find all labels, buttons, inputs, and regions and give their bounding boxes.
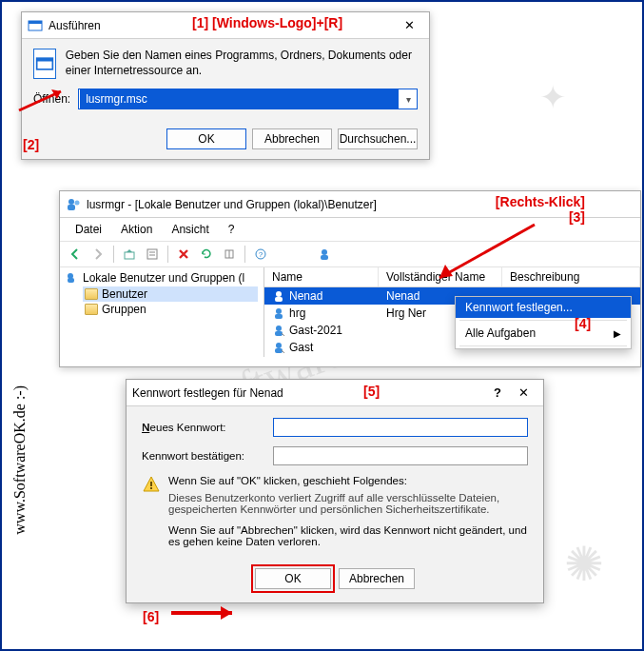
help-button[interactable]: ? — [486, 385, 509, 400]
cell-name: Gast-2021 — [289, 324, 342, 337]
tree-root[interactable]: Lokale Benutzer und Gruppen (l — [66, 271, 258, 285]
new-password-label: NNeues Kennwort: — [142, 422, 265, 433]
svg-rect-15 — [321, 255, 328, 260]
help-icon[interactable]: ? — [251, 245, 270, 264]
pw-title: Kennwort festlegen für Nenad — [132, 386, 486, 400]
cell-name: Nenad — [289, 289, 322, 303]
chevron-right-icon: ▶ — [614, 328, 621, 339]
cancel-button[interactable]: Abbrechen — [339, 568, 415, 589]
svg-rect-17 — [68, 278, 74, 283]
run-dialog: Ausführen ✕ Geben Sie den Namen eines Pr… — [21, 11, 430, 160]
ok-button[interactable]: OK — [255, 568, 331, 589]
menu-help[interactable]: ? — [221, 221, 243, 238]
warn-cancel: Wenn Sie auf "Abbrechen" klicken, wird d… — [168, 524, 528, 547]
menu-action[interactable]: Aktion — [113, 221, 160, 238]
svg-point-22 — [276, 326, 282, 331]
close-icon[interactable]: ✕ — [395, 18, 423, 32]
svg-rect-1 — [29, 21, 42, 24]
folder-icon — [85, 288, 98, 300]
svg-point-4 — [68, 199, 74, 205]
menu-file[interactable]: Datei — [68, 221, 109, 238]
svg-rect-19 — [275, 297, 283, 302]
open-label: Öffnen: — [33, 92, 70, 106]
cell-name: Gast — [289, 341, 313, 354]
up-icon[interactable] — [120, 245, 139, 264]
mmc-titlebar: lusrmgr - [Lokale Benutzer und Gruppen (… — [60, 191, 640, 218]
pw-titlebar: Kennwort festlegen für Nenad ? ✕ — [127, 380, 543, 406]
svg-text:?: ? — [259, 250, 263, 259]
context-menu: Kennwort festlegen... Alle Aufgaben ▶ — [455, 296, 632, 349]
open-value: lusrmgr.msc — [80, 89, 399, 108]
ctx-set-password[interactable]: Kennwort festlegen... — [456, 297, 631, 318]
confirm-password-label: Kennwort bestätigen: — [142, 450, 265, 462]
list-pane: Name Vollständiger Name Beschreibung Nen… — [264, 267, 640, 357]
svg-rect-3 — [37, 58, 53, 61]
forward-icon[interactable] — [88, 245, 107, 264]
password-dialog: Kennwort festlegen für Nenad ? ✕ NNeues … — [126, 379, 544, 603]
svg-point-14 — [322, 249, 327, 255]
tree-groups-label: Gruppen — [102, 303, 146, 316]
browse-button[interactable]: Durchsuchen... — [338, 128, 418, 149]
back-icon[interactable] — [66, 245, 85, 264]
annotation-6: [6] — [143, 609, 159, 624]
menu-bar: Datei Aktion Ansicht ? — [60, 218, 640, 242]
run-icon — [28, 18, 43, 33]
mmc-icon — [66, 197, 81, 212]
tree-pane: Lokale Benutzer und Gruppen (l Benutzer … — [60, 267, 264, 357]
cancel-button[interactable]: Abbrechen — [252, 128, 332, 149]
warn-intro: Wenn Sie auf "OK" klicken, geschieht Fol… — [168, 475, 528, 486]
svg-point-6 — [75, 200, 80, 205]
menu-view[interactable]: Ansicht — [164, 221, 216, 238]
watermark-sidebar: www.SoftwareOK.de :-) — [11, 385, 29, 535]
svg-point-20 — [276, 308, 282, 314]
folder-icon — [85, 304, 98, 315]
properties-icon[interactable] — [143, 245, 162, 264]
run-title: Ausführen — [49, 19, 395, 32]
column-headers: Name Vollständiger Name Beschreibung — [264, 267, 640, 287]
tree-groups[interactable]: Gruppen — [83, 302, 258, 317]
svg-rect-8 — [147, 249, 157, 259]
lusrmgr-window: lusrmgr - [Lokale Benutzer und Gruppen (… — [59, 190, 641, 367]
chevron-down-icon[interactable]: ▾ — [400, 94, 417, 105]
svg-point-18 — [276, 291, 282, 297]
tree-users-label: Benutzer — [102, 287, 147, 301]
run-description: Geben Sie den Namen eines Programms, Ord… — [66, 49, 418, 79]
svg-rect-26 — [150, 482, 152, 486]
refresh-icon[interactable] — [197, 245, 216, 264]
run-big-icon — [33, 49, 56, 79]
new-password-input[interactable] — [273, 418, 528, 437]
svg-rect-5 — [68, 205, 75, 210]
decorative-figure-1: ✦ — [539, 78, 566, 116]
cell-full: Hrg Ner — [386, 306, 426, 320]
svg-point-24 — [276, 343, 282, 348]
arrow-icon — [169, 603, 249, 622]
svg-rect-27 — [150, 487, 152, 489]
mmc-title: lusrmgr - [Lokale Benutzer und Gruppen (… — [87, 198, 634, 211]
cell-full: Nenad — [386, 289, 420, 303]
decorative-figure-2: ✺ — [564, 537, 604, 592]
svg-rect-7 — [125, 252, 134, 259]
delete-icon[interactable] — [174, 245, 193, 264]
toolbar: ? — [60, 242, 640, 267]
col-name[interactable]: Name — [264, 267, 379, 286]
confirm-password-input[interactable] — [273, 446, 528, 465]
ok-button[interactable]: OK — [166, 128, 246, 149]
svg-rect-21 — [275, 314, 283, 319]
tree-root-label: Lokale Benutzer und Gruppen (l — [83, 271, 244, 285]
warn-body: Dieses Benutzerkonto verliert Zugriff au… — [168, 492, 528, 515]
open-combobox[interactable]: lusrmgr.msc ▾ — [78, 89, 418, 109]
cell-name: hrg — [289, 306, 305, 320]
close-icon[interactable]: ✕ — [509, 385, 537, 400]
warning-icon — [142, 475, 161, 494]
run-titlebar: Ausführen ✕ — [22, 12, 429, 39]
col-fullname[interactable]: Vollständiger Name — [379, 267, 502, 286]
new-user-icon[interactable] — [316, 245, 335, 264]
tree-users[interactable]: Benutzer — [83, 286, 258, 302]
col-desc[interactable]: Beschreibung — [502, 267, 640, 286]
export-icon[interactable] — [220, 245, 239, 264]
ctx-all-tasks-label: Alle Aufgaben — [465, 326, 536, 340]
ctx-all-tasks[interactable]: Alle Aufgaben ▶ — [456, 323, 631, 344]
